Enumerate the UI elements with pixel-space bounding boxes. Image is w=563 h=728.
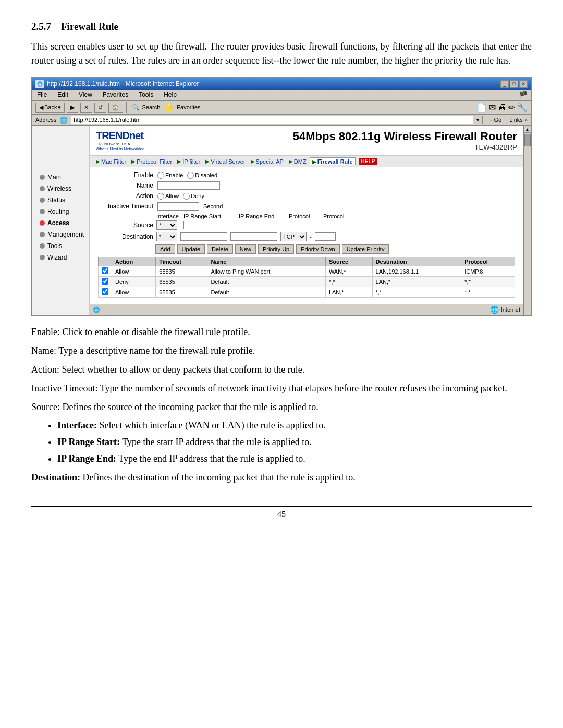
sidebar-item-main[interactable]: Main (32, 171, 89, 183)
tab-mac-filter[interactable]: ▶ Mac Filter (94, 158, 128, 165)
tab-special-ap[interactable]: ▶ Special AP (249, 158, 286, 165)
dest-ip-end-input[interactable] (230, 232, 277, 241)
router-branding: TRENDnet TRENDware, USA What's Next in N… (90, 126, 523, 156)
menu-help[interactable]: Help (162, 91, 178, 99)
priority-up-button[interactable]: Priority Up (258, 244, 294, 254)
protocol-header-1: Protocol (289, 213, 320, 219)
sidebar-item-access[interactable]: Access (32, 217, 89, 229)
scroll-up-button[interactable]: ▲ (524, 126, 531, 133)
ip-range-start-text: Type the start IP address that the rule … (122, 437, 311, 447)
action-paragraph: Action: Select whether to allow or deny … (31, 363, 532, 377)
home-button[interactable]: 🏠 (108, 103, 123, 113)
sidebar-item-routing[interactable]: Routing (32, 206, 89, 217)
update-button[interactable]: Update (177, 244, 205, 254)
delete-button[interactable]: Delete (207, 244, 233, 254)
footer: 45 (31, 506, 532, 519)
allow-radio[interactable] (157, 193, 164, 200)
sidebar-item-management[interactable]: Management (32, 229, 89, 240)
tab-special-ap-label: Special AP (256, 158, 284, 165)
forward-button[interactable]: ▶ (67, 103, 78, 113)
tab-arrow-icon-3: ▶ (177, 158, 181, 164)
sidebar-item-wizard[interactable]: Wizard (32, 252, 89, 263)
firewall-form: Enable Enable Disabled (90, 167, 523, 304)
tab-dmz[interactable]: ▶ DMZ (287, 158, 309, 165)
dest-interface-select[interactable]: * (156, 232, 177, 241)
tab-firewall-rule[interactable]: ▶ Firewall Rule (310, 157, 356, 165)
col-protocol: Protocol (461, 257, 515, 266)
name-input[interactable] (157, 181, 220, 190)
sidebar-spacer (32, 130, 89, 171)
back-button[interactable]: ◀ Back ▾ (35, 103, 65, 113)
enable-row: Enable Enable Disabled (96, 171, 517, 179)
add-button[interactable]: Add (155, 244, 175, 254)
help-button[interactable]: HELP (359, 158, 378, 165)
tab-protocol-filter[interactable]: ▶ Protocol Filter (129, 158, 174, 165)
row3-timeout: 65535 (156, 287, 207, 298)
enable-radio[interactable] (157, 172, 164, 179)
sidebar-tools-label: Tools (47, 242, 62, 250)
sidebar-item-wireless[interactable]: Wireless (32, 183, 89, 194)
update-priority-button[interactable]: Update Priority (342, 244, 389, 254)
row2-checkbox[interactable] (102, 278, 108, 285)
dest-ip-start-input[interactable] (180, 232, 227, 241)
destination-paragraph: Destination: Defines the destination of … (31, 471, 532, 485)
inactive-timeout-input[interactable] (157, 202, 199, 211)
section-title: Firewall Rule (61, 21, 118, 32)
internet-status: 🌐 Internet (490, 305, 520, 314)
row3-name: Default (207, 287, 325, 298)
body-section: Enable: Click to enable or disable the f… (31, 325, 532, 485)
protocol-select[interactable]: TCP (280, 232, 307, 241)
scroll-thumb[interactable] (524, 134, 531, 146)
new-button[interactable]: New (235, 244, 256, 254)
menu-edit[interactable]: Edit (56, 91, 70, 99)
menu-view[interactable]: View (77, 91, 94, 99)
tab-ip-filter[interactable]: ▶ IP filter (175, 158, 202, 165)
disabled-radio-label[interactable]: Disabled (187, 172, 217, 179)
enable-radio-label[interactable]: Enable (157, 172, 183, 179)
menu-favorites[interactable]: Favorites (101, 91, 130, 99)
tab-virtual-server[interactable]: ▶ Virtual Server (203, 158, 247, 165)
sidebar-item-status[interactable]: Status (32, 194, 89, 206)
disabled-radio[interactable] (187, 172, 194, 179)
search-area: 🔍 Search (132, 104, 160, 111)
refresh-button[interactable]: ↺ (94, 103, 106, 113)
row1-action: Allow (112, 266, 156, 277)
scrollbar[interactable]: ▲ (523, 126, 531, 315)
row3-checkbox[interactable] (102, 288, 108, 295)
source-ip-end-input[interactable] (234, 221, 280, 229)
sidebar-item-tools[interactable]: Tools (32, 240, 89, 252)
disabled-option: Disabled (195, 172, 217, 178)
toolbar-icon-1: 📄 (476, 103, 487, 113)
source-interface-select[interactable]: * (156, 220, 177, 230)
sidebar-status-label: Status (47, 196, 65, 204)
stop-button[interactable]: ✕ (80, 103, 92, 113)
table-row: Deny 65535 Default *,* LAN,* *,* (99, 277, 515, 287)
source-ip-start-input[interactable] (183, 221, 230, 229)
menu-tools[interactable]: Tools (137, 91, 155, 99)
address-bar: Address 🌐 ▾ → Go Links » (32, 115, 531, 126)
close-button[interactable]: ✕ (519, 80, 528, 88)
favorites-label[interactable]: Favorites (177, 104, 200, 110)
protocol-port-input[interactable] (315, 232, 336, 241)
destination-term: Destination: (31, 472, 80, 483)
row1-checkbox[interactable] (102, 267, 108, 274)
row2-timeout: 65535 (156, 277, 207, 287)
menu-file[interactable]: File (35, 91, 48, 99)
allow-radio-label[interactable]: Allow (157, 193, 179, 200)
deny-radio[interactable] (183, 193, 190, 200)
source-row: Source * (96, 220, 517, 230)
priority-down-button[interactable]: Priority Down (296, 244, 339, 254)
col-checkbox (99, 257, 112, 266)
go-label: Go (494, 117, 501, 123)
maximize-button[interactable]: □ (510, 80, 518, 88)
minimize-button[interactable]: _ (500, 80, 509, 88)
row1-source: WAN,* (325, 266, 372, 277)
search-label[interactable]: Search (142, 104, 160, 110)
interface-text: Select which interface (WAN or LAN) the … (99, 420, 325, 430)
address-input[interactable] (71, 116, 473, 124)
go-button[interactable]: → Go (482, 116, 506, 124)
deny-radio-label[interactable]: Deny (183, 193, 204, 200)
row2-action: Deny (112, 277, 156, 287)
router-model-number: TEW-432BRP (293, 143, 517, 151)
intro-paragraph: This screen enables user to set up the f… (31, 40, 532, 68)
